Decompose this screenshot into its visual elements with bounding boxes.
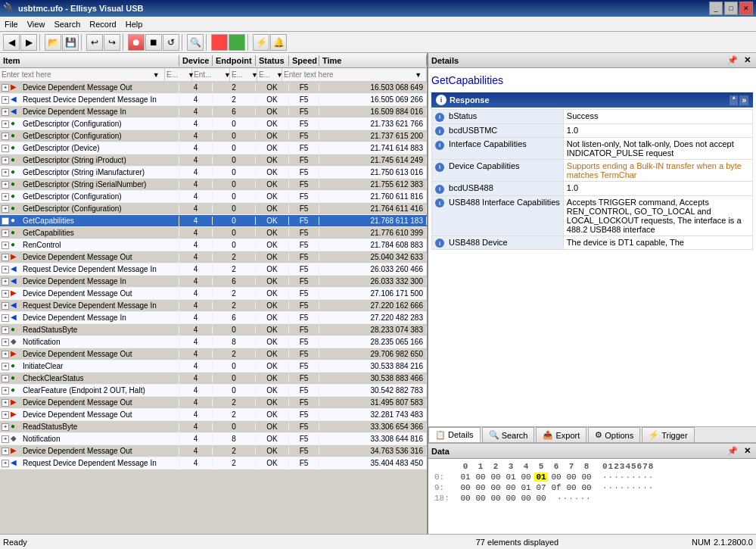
toolbar-forward[interactable]: ▶ (20, 34, 37, 51)
expand-icon[interactable]: + (2, 217, 9, 225)
filter-item-input[interactable] (2, 70, 149, 79)
tab-options[interactable]: ⚙Options (588, 427, 640, 442)
tab-trigger[interactable]: ⚡Trigger (642, 427, 694, 442)
toolbar-save[interactable]: 💾 (62, 34, 79, 51)
expand-icon[interactable]: + (2, 229, 9, 237)
expand-icon[interactable]: + (2, 157, 9, 164)
expand-icon[interactable]: + (2, 423, 9, 431)
title-bar-buttons[interactable]: _ □ ✕ (709, 2, 753, 15)
table-row[interactable]: + ▶ Device Dependent Message Out 4 2 OK … (0, 288, 427, 300)
expand-icon[interactable]: + (2, 242, 9, 249)
table-row[interactable]: + ● GetDescriptor (String iManufacturer)… (0, 167, 427, 179)
table-row[interactable]: + ● GetCapabilities 4 0 OK F5 21.776 610… (0, 227, 427, 239)
collapse-button[interactable]: ˄ (730, 95, 738, 105)
expand-icon[interactable]: + (2, 411, 9, 419)
toolbar-search[interactable]: 🔍 (187, 34, 204, 51)
expand-icon[interactable]: + (2, 290, 9, 298)
expand-icon[interactable]: + (2, 181, 9, 189)
expand-icon[interactable]: + (2, 278, 9, 285)
close-button[interactable]: ✕ (739, 2, 753, 15)
filter-time-btn[interactable]: ▼ (412, 71, 425, 79)
expand-icon[interactable]: + (2, 169, 9, 176)
expand-icon[interactable]: + (2, 193, 9, 201)
maximize-button[interactable]: □ (724, 2, 738, 15)
expand-icon[interactable]: + (2, 96, 9, 104)
table-row[interactable]: + ● GetDescriptor (Configuration) 4 0 OK… (0, 203, 427, 215)
expand-icon[interactable]: + (2, 351, 9, 358)
filter-time-input[interactable] (284, 70, 412, 79)
table-row[interactable]: + ◆ Notification 4 8 OK F5 28.235 065 16… (0, 336, 427, 348)
table-row[interactable]: + ◀ Request Device Dependent Message In … (0, 94, 427, 106)
table-row[interactable]: + ◆ Notification 4 8 OK F5 33.308 644 81… (0, 433, 427, 445)
table-row[interactable]: + ◀ Request Device Dependent Message In … (0, 457, 427, 469)
expand-icon[interactable]: + (2, 84, 9, 92)
table-row[interactable]: + ▶ Device Dependent Message Out 4 2 OK … (0, 409, 427, 421)
table-row[interactable]: + ● GetDescriptor (Device) 4 0 OK F5 21.… (0, 142, 427, 154)
table-row[interactable]: + ◀ Device Dependent Message In 4 6 OK F… (0, 106, 427, 118)
table-row[interactable]: + ● GetDescriptor (Configuration) 4 0 OK… (0, 118, 427, 130)
close-details-button[interactable]: ✕ (742, 55, 753, 65)
toolbar-trigger[interactable]: ⚡ (253, 34, 269, 51)
menu-search[interactable]: Search (49, 19, 85, 30)
filter-status-input[interactable] (232, 70, 251, 79)
table-row[interactable]: + ▶ Device Dependent Message Out 4 2 OK … (0, 82, 427, 94)
menu-view[interactable]: View (23, 19, 50, 30)
table-row[interactable]: + ▶ Device Dependent Message Out 4 2 OK … (0, 251, 427, 264)
expand-icon[interactable]: + (2, 399, 9, 407)
table-row[interactable]: + ▶ Device Dependent Message Out 4 2 OK … (0, 397, 427, 409)
table-row[interactable]: + ● GetDescriptor (String iSerialNumber)… (0, 179, 427, 191)
expand-icon[interactable]: + (2, 460, 9, 467)
toolbar-color1[interactable] (211, 34, 228, 51)
expand-icon[interactable]: + (2, 145, 9, 152)
expand-icon[interactable]: + (2, 254, 9, 261)
table-row[interactable]: + ● RenControl 4 0 OK F5 21.784 608 883 (0, 239, 427, 251)
filter-item-btn[interactable]: ▼ (149, 71, 163, 79)
expand-icon[interactable]: + (2, 448, 9, 455)
table-row[interactable]: + ◀ Device Dependent Message In 4 6 OK F… (0, 276, 427, 288)
table-row[interactable]: + ◀ Device Dependent Message In 4 6 OK F… (0, 312, 427, 324)
toolbar-undo[interactable]: ↩ (86, 34, 103, 51)
data-close-button[interactable]: ✕ (742, 446, 753, 456)
tab-search[interactable]: 🔍Search (482, 427, 535, 442)
expand-icon[interactable]: + (2, 302, 9, 310)
menu-help[interactable]: Help (121, 19, 148, 30)
expand-icon[interactable]: + (2, 120, 9, 128)
filter-device-input[interactable] (166, 70, 188, 79)
table-row[interactable]: + ● GetDescriptor (Configuration) 4 0 OK… (0, 191, 427, 203)
table-row[interactable]: + ● ReadStatusByte 4 0 OK F5 33.306 654 … (0, 421, 427, 433)
toolbar-open[interactable]: 📂 (45, 34, 61, 51)
toolbar-redo[interactable]: ↪ (104, 34, 120, 51)
menu-record[interactable]: Record (85, 19, 120, 30)
expand-icon[interactable]: + (2, 338, 9, 346)
filter-speed-input[interactable] (259, 70, 276, 79)
expand-icon[interactable]: + (2, 133, 9, 140)
expand-icon[interactable]: + (2, 363, 9, 370)
menu-file[interactable]: File (0, 19, 23, 30)
expand-icon[interactable]: + (2, 205, 9, 213)
toolbar-trigger2[interactable]: 🔔 (270, 34, 287, 51)
table-row[interactable]: + ◀ Request Device Dependent Message In … (0, 300, 427, 312)
expand-button[interactable]: » (739, 95, 748, 105)
filter-endpoint-input[interactable] (194, 70, 224, 79)
table-row[interactable]: + ● GetCapabilities 4 0 OK F5 21.768 611… (0, 215, 427, 227)
toolbar-reset[interactable]: ↺ (163, 34, 179, 51)
table-row[interactable]: + ● CheckClearStatus 4 0 OK F5 30.538 88… (0, 373, 427, 385)
expand-icon[interactable]: + (2, 435, 9, 443)
expand-icon[interactable]: + (2, 314, 9, 322)
table-row[interactable]: + ● GetDescriptor (Configuration) 4 0 OK… (0, 130, 427, 142)
table-row[interactable]: + ● ClearFeature (Endpoint 2 OUT, Halt) … (0, 385, 427, 397)
table-row[interactable]: + ◀ Request Device Dependent Message In … (0, 264, 427, 276)
expand-icon[interactable]: + (2, 326, 9, 334)
expand-icon[interactable]: + (2, 266, 9, 273)
expand-icon[interactable]: + (2, 375, 9, 382)
table-row[interactable]: + ▶ Device Dependent Message Out 4 2 OK … (0, 445, 427, 457)
toolbar-back[interactable]: ◀ (3, 34, 20, 51)
table-row[interactable]: + ● ReadStatusByte 4 0 OK F5 28.233 074 … (0, 324, 427, 336)
minimize-button[interactable]: _ (709, 2, 723, 15)
table-row[interactable]: + ● InitiateClear 4 0 OK F5 30.533 884 2… (0, 360, 427, 373)
table-row[interactable]: + ▶ Device Dependent Message Out 4 2 OK … (0, 348, 427, 360)
toolbar-stop[interactable]: ⏹ (145, 34, 162, 51)
pin-button[interactable]: 📌 (725, 55, 740, 65)
expand-icon[interactable]: + (2, 387, 9, 395)
expand-icon[interactable]: + (2, 108, 9, 116)
